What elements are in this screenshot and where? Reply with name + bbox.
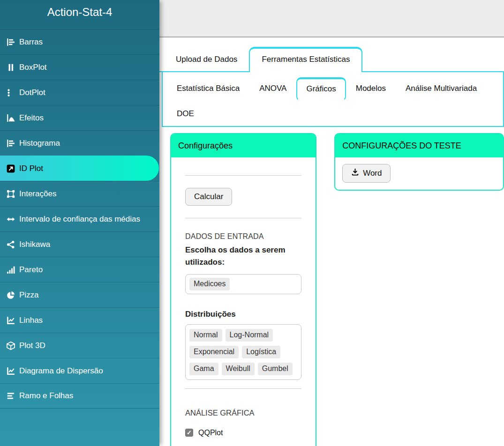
tab-graficos[interactable]: Gráficos [296, 77, 346, 101]
scatter-chart-icon [7, 367, 15, 375]
tab-doe[interactable]: DOE [167, 103, 204, 125]
tab-anova[interactable]: ANOVA [249, 77, 296, 100]
config-panel-header: Configurações [171, 134, 316, 157]
sidebar-item-label: DotPlot [19, 88, 45, 97]
divider [185, 175, 301, 176]
sidebar-item-ramo-e-folhas[interactable]: Ramo e Folhas [0, 383, 159, 409]
test-config-panel-header: CONFIGURAÇÕES DO TESTE [335, 134, 503, 157]
config-panel-body: Calcular DADOS DE ENTRADA Escolha os dad… [171, 175, 316, 446]
interactions-icon [7, 190, 15, 198]
boxplot-icon [7, 63, 15, 72]
distribution-chip-log-normal[interactable]: Log-Normal [226, 329, 273, 342]
distribution-chip-weibull[interactable]: Weibull [222, 363, 255, 375]
tab-modelos[interactable]: Modelos [346, 77, 396, 100]
main-tabs: Upload de Dados Ferramentas Estatísticas [159, 47, 504, 72]
sidebar-item-intervalo-de-confianca-das-medias[interactable]: Intervalo de confiança das médias [0, 206, 159, 231]
word-export-button[interactable]: Word [342, 164, 391, 183]
app-window: Action-Stat-4 BarrasBoxPlotDotPlotEfeito… [0, 0, 504, 446]
sidebar-item-label: Barras [19, 37, 43, 47]
sidebar-item-label: ID Plot [19, 164, 43, 173]
sidebar-item-label: Ramo e Folhas [19, 391, 73, 401]
main-content: Upload de Dados Ferramentas Estatísticas… [159, 38, 504, 446]
distribution-chip-exponencial[interactable]: Exponencial [189, 346, 239, 358]
checkbox-label: QQPlot [198, 429, 223, 437]
line-chart-icon [7, 316, 15, 325]
sidebar-item-label: Intervalo de confiança das médias [19, 215, 140, 224]
distribution-chip-gumbel[interactable]: Gumbel [258, 363, 293, 375]
graph-checkbox-list: ✓QQPlot✓Histograma [185, 429, 301, 446]
sidebar: Action-Stat-4 BarrasBoxPlotDotPlotEfeito… [0, 0, 159, 446]
sidebar-item-label: Ishikawa [19, 240, 50, 249]
sidebar-item-pizza[interactable]: Pizza [0, 282, 159, 307]
checkbox-row-qqplot: ✓QQPlot [185, 429, 301, 437]
tab-estatistica-basica[interactable]: Estatística Básica [167, 77, 249, 100]
download-icon [351, 168, 359, 178]
bar-chart-icon [7, 38, 15, 46]
sidebar-item-label: Efeitos [19, 113, 44, 123]
distribution-chip-gama[interactable]: Gama [189, 363, 218, 375]
id-plot-icon [7, 164, 15, 173]
sidebar-item-id-plot[interactable]: ID Plot [0, 156, 159, 181]
qqplot-checkbox[interactable]: ✓ [185, 429, 193, 437]
tab-upload-de-dados[interactable]: Upload de Dados [164, 48, 249, 71]
divider [185, 218, 301, 218]
sidebar-item-label: BoxPlot [19, 63, 47, 72]
ishikawa-icon [7, 240, 15, 249]
sidebar-item-linhas[interactable]: Linhas [0, 307, 159, 333]
arrows-horizontal-icon [7, 215, 15, 223]
histogram-icon [7, 139, 15, 148]
sidebar-item-label: Histograma [19, 139, 60, 148]
dotplot-icon [7, 89, 15, 97]
sidebar-item-label: Plot 3D [19, 341, 45, 350]
sidebar-item-label: Diagrama de Dispersão [19, 366, 103, 376]
stem-leaf-icon [7, 392, 15, 400]
word-export-label: Word [363, 169, 382, 178]
pie-chart-icon [7, 291, 15, 299]
distributions-select-input[interactable]: NormalLog-NormalExponencialLogísticaGama… [185, 324, 301, 379]
data-select-input[interactable]: Medicoes [185, 274, 301, 294]
test-config-panel: CONFIGURAÇÕES DO TESTE Word [334, 133, 504, 191]
distribution-chip-logistica[interactable]: Logística [242, 346, 280, 358]
distributions-label: Distribuições [185, 308, 301, 320]
distribution-chip-normal[interactable]: Normal [189, 329, 222, 342]
selected-data-chip[interactable]: Medicoes [189, 278, 230, 290]
topbar [159, 0, 504, 37]
sidebar-item-barras[interactable]: Barras [0, 29, 159, 54]
divider [185, 388, 301, 389]
graph-section-title: ANÁLISE GRÁFICA [185, 409, 301, 417]
test-config-panel-body: Word [335, 157, 503, 190]
app-title: Action-Stat-4 [0, 0, 159, 23]
sidebar-menu: BarrasBoxPlotDotPlotEfeitosHistogramaID … [0, 29, 159, 409]
config-panel: Configurações Calcular DADOS DE ENTRADA … [170, 133, 316, 446]
tab-analise-multivariada[interactable]: Análise Multivariada [396, 77, 487, 100]
sidebar-item-interacoes[interactable]: Interações [0, 181, 159, 206]
pareto-icon [7, 266, 15, 274]
sidebar-item-label: Pizza [19, 290, 39, 300]
sidebar-item-pareto[interactable]: Pareto [0, 257, 159, 282]
sidebar-item-plot-3d[interactable]: Plot 3D [0, 333, 159, 358]
effects-chart-icon [7, 114, 15, 122]
cube-3d-icon [7, 342, 15, 350]
calculate-button[interactable]: Calcular [185, 188, 232, 206]
data-select-label: Escolha os dados a serem utilizados: [185, 244, 298, 268]
tab-ferramentas-estatisticas[interactable]: Ferramentas Estatísticas [249, 47, 362, 72]
sidebar-item-label: Interações [19, 189, 56, 199]
input-section-title: DADOS DE ENTRADA [185, 232, 301, 241]
sidebar-item-histograma[interactable]: Histograma [0, 130, 159, 156]
sidebar-item-diagrama-de-dispersao[interactable]: Diagrama de Dispersão [0, 358, 159, 383]
sub-tabs: Estatística BásicaANOVAGráficosModelosAn… [162, 72, 504, 127]
sidebar-item-label: Pareto [19, 265, 43, 275]
sidebar-item-boxplot[interactable]: BoxPlot [0, 54, 159, 80]
panels-row: Configurações Calcular DADOS DE ENTRADA … [170, 133, 504, 446]
sidebar-item-ishikawa[interactable]: Ishikawa [0, 231, 159, 257]
sidebar-item-label: Linhas [19, 316, 43, 325]
sidebar-item-dotplot[interactable]: DotPlot [0, 80, 159, 105]
sidebar-item-efeitos[interactable]: Efeitos [0, 105, 159, 130]
